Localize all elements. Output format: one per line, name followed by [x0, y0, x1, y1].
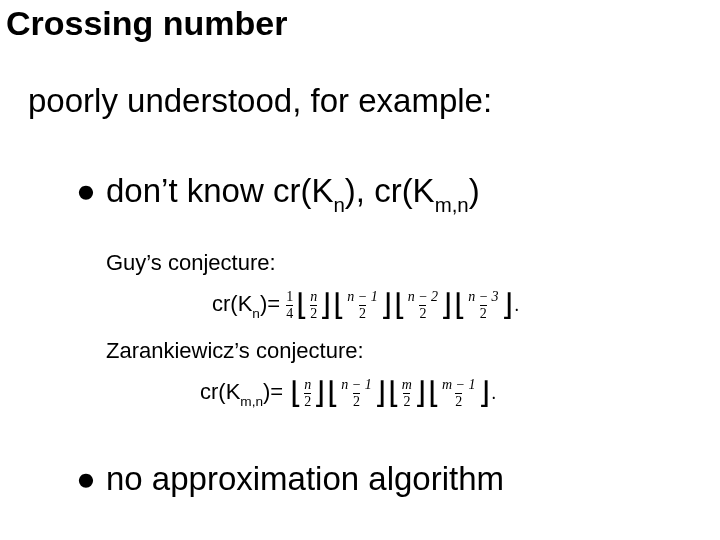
- formula-trail: .: [492, 383, 497, 404]
- zarankiewicz-conjecture-equation: cr(Km,n)= ⌊n2⌋⌊n − 12⌋⌊m2⌋⌊m − 12⌋.: [200, 378, 496, 409]
- floor-left-icon: ⌊: [296, 290, 309, 320]
- guy-conjecture-equation: cr(Kn)= 14⌊n2⌋⌊n − 12⌋⌊n − 22⌋⌊n − 32⌋.: [212, 290, 519, 321]
- formula-trail: .: [515, 295, 520, 316]
- bullet-item-1: ●don’t know cr(Kn), cr(Km,n): [76, 172, 480, 215]
- bullet-dot-icon: ●: [76, 460, 106, 498]
- floor-left-icon: ⌊: [388, 378, 401, 408]
- bullet-item-2: ●no approximation algorithm: [76, 460, 504, 498]
- floor-right-icon: ⌋: [313, 378, 326, 408]
- bullet-1-sub-1: n: [333, 193, 344, 216]
- guy-lhs-post: )=: [260, 291, 280, 316]
- guy-lhs-sub: n: [252, 306, 260, 321]
- floor-term: ⌊n2⌋: [296, 290, 331, 321]
- floor-left-icon: ⌊: [454, 290, 467, 320]
- floor-term: ⌊m2⌋: [388, 378, 426, 409]
- bullet-1-text-a: don’t know cr(K: [106, 172, 333, 209]
- zarankiewicz-conjecture-label: Zarankiewicz’s conjecture:: [106, 338, 364, 364]
- zar-formula: ⌊n2⌋⌊n − 12⌋⌊m2⌋⌊m − 12⌋.: [289, 378, 496, 409]
- bullet-1-text-b: ), cr(K: [345, 172, 435, 209]
- guy-lhs-pre: cr(K: [212, 291, 252, 316]
- floor-term: ⌊n − 32⌋: [454, 290, 512, 321]
- floor-right-icon: ⌋: [500, 290, 513, 320]
- floor-left-icon: ⌊: [393, 290, 406, 320]
- floor-term: ⌊n − 12⌋: [327, 378, 385, 409]
- zar-lhs-post: )=: [263, 379, 283, 404]
- bullet-dot-icon: ●: [76, 172, 106, 210]
- floor-term: ⌊m − 12⌋: [428, 378, 490, 409]
- zar-lhs-sub: m,n: [240, 394, 263, 409]
- floor-right-icon: ⌋: [414, 378, 427, 408]
- floor-left-icon: ⌊: [333, 290, 346, 320]
- bullet-1-sub-2: m,n: [435, 193, 469, 216]
- floor-term: ⌊n − 22⌋: [394, 290, 452, 321]
- slide: Crossing number poorly understood, for e…: [0, 0, 720, 540]
- floor-term: ⌊n − 12⌋: [333, 290, 391, 321]
- bullet-2-text: no approximation algorithm: [106, 460, 504, 497]
- floor-right-icon: ⌋: [374, 378, 387, 408]
- floor-right-icon: ⌋: [379, 290, 392, 320]
- guy-formula: 14⌊n2⌋⌊n − 12⌋⌊n − 22⌋⌊n − 32⌋.: [286, 290, 519, 321]
- floor-right-icon: ⌋: [319, 290, 332, 320]
- floor-left-icon: ⌊: [327, 378, 340, 408]
- zar-lhs-pre: cr(K: [200, 379, 240, 404]
- leading-fraction: 14: [286, 290, 293, 321]
- bullet-1-text-c: ): [469, 172, 480, 209]
- floor-right-icon: ⌋: [477, 378, 490, 408]
- floor-right-icon: ⌋: [440, 290, 453, 320]
- slide-title: Crossing number: [6, 4, 287, 43]
- guy-conjecture-label: Guy’s conjecture:: [106, 250, 276, 276]
- floor-term: ⌊n2⌋: [290, 378, 325, 409]
- floor-left-icon: ⌊: [290, 378, 303, 408]
- floor-left-icon: ⌊: [428, 378, 441, 408]
- slide-subtitle: poorly understood, for example:: [28, 82, 492, 120]
